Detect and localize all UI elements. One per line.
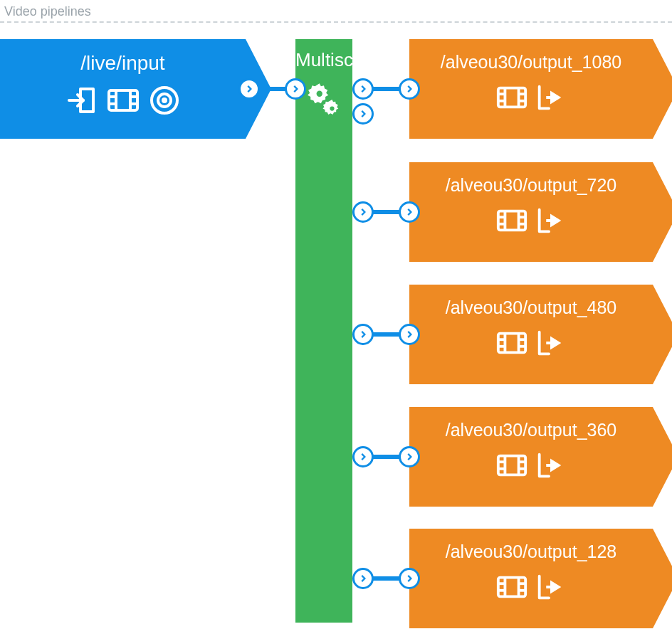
svg-rect-33 (498, 456, 525, 475)
output-node-label: /alveou30/output_480 (409, 285, 653, 318)
output-icon (534, 449, 567, 482)
proc-out-port-4[interactable] (352, 568, 374, 589)
svg-point-11 (330, 106, 334, 110)
output-in-port-3[interactable] (399, 446, 420, 467)
processor-node[interactable]: Multisca (295, 39, 352, 623)
film-icon (495, 81, 528, 114)
input-node-label: /live/input (0, 39, 246, 75)
svg-rect-12 (498, 88, 525, 107)
output-node-4[interactable]: /alveou30/output_128 (409, 529, 653, 628)
output-node-1[interactable]: /alveou30/output_720 (409, 162, 653, 262)
svg-rect-40 (498, 578, 525, 597)
svg-rect-19 (498, 211, 525, 231)
output-node-0[interactable]: /alveou30/output_1080 (409, 39, 653, 139)
input-node-icons (0, 83, 246, 117)
output-node-icons (409, 571, 653, 603)
svg-point-10 (317, 91, 322, 97)
output-in-port-2[interactable] (399, 324, 420, 345)
output-node-icons (409, 204, 653, 237)
input-node[interactable]: /live/input (0, 39, 246, 139)
output-in-port-4[interactable] (399, 568, 420, 589)
output-icon (534, 327, 567, 359)
proc-out-port-2[interactable] (352, 324, 374, 345)
film-icon (106, 83, 140, 117)
proc-extra-port[interactable] (352, 103, 374, 125)
proc-out-port-3[interactable] (352, 446, 374, 467)
svg-point-9 (162, 97, 167, 103)
film-icon (495, 449, 528, 482)
section-title: Video pipelines (4, 4, 91, 19)
svg-rect-26 (498, 334, 525, 353)
proc-out-port-0[interactable] (352, 78, 374, 100)
output-node-2[interactable]: /alveou30/output_480 (409, 285, 653, 384)
pipeline-canvas: Video pipelines /live/input Multisca (0, 0, 672, 629)
output-node-label: /alveou30/output_360 (409, 407, 653, 440)
output-in-port-1[interactable] (399, 201, 420, 223)
output-node-label: /alveou30/output_720 (409, 162, 653, 196)
input-icon (65, 83, 99, 117)
input-out-port[interactable] (238, 78, 260, 100)
film-icon (495, 204, 528, 237)
output-in-port-0[interactable] (399, 78, 420, 100)
film-icon (495, 571, 528, 603)
output-node-icons (409, 327, 653, 359)
svg-rect-0 (109, 90, 137, 110)
section-divider (0, 21, 672, 23)
output-node-icons (409, 449, 653, 482)
output-node-3[interactable]: /alveou30/output_360 (409, 407, 653, 507)
proc-out-port-1[interactable] (352, 201, 374, 223)
output-node-label: /alveou30/output_1080 (409, 39, 653, 73)
output-node-label: /alveou30/output_128 (409, 529, 653, 562)
output-icon (534, 81, 567, 114)
output-node-icons (409, 81, 653, 114)
film-icon (495, 327, 528, 359)
output-icon (534, 571, 567, 603)
processor-node-label: Multisca (295, 49, 352, 71)
record-icon (147, 83, 182, 117)
output-icon (534, 204, 567, 237)
proc-in-port[interactable] (285, 78, 306, 100)
gears-icon (306, 80, 342, 116)
